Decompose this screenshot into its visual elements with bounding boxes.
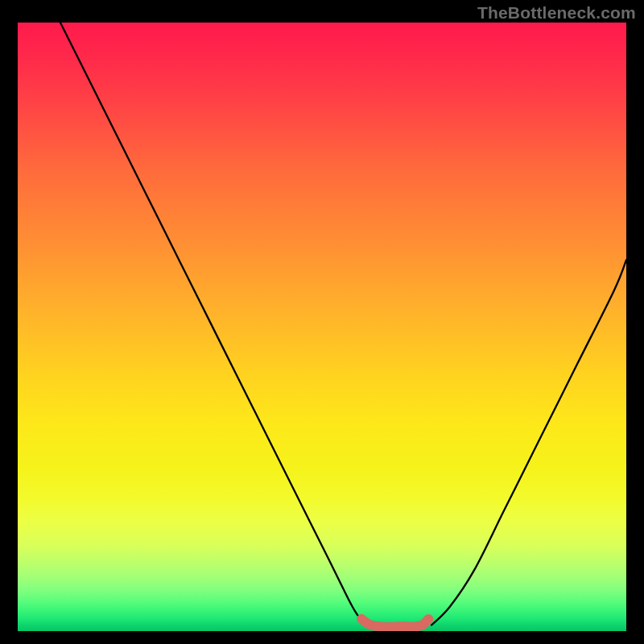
curve-left	[60, 23, 365, 625]
plot-area	[18, 23, 626, 631]
curves-layer	[18, 23, 626, 631]
watermark-text: TheBottleneck.com	[477, 3, 636, 23]
bottom-marker	[361, 619, 428, 627]
curve-right	[431, 260, 626, 625]
chart-frame: TheBottleneck.com	[0, 0, 644, 644]
